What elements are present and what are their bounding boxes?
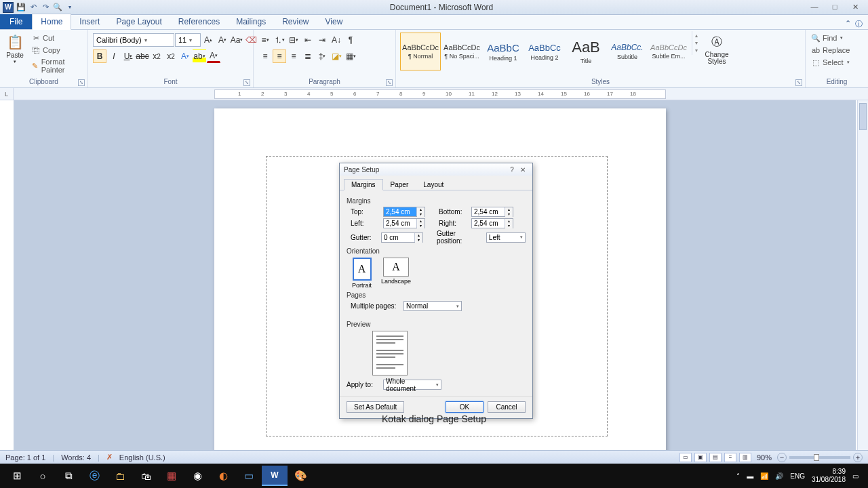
tab-selector[interactable]: L	[0, 88, 14, 100]
tray-volume-icon[interactable]: 🔊	[775, 472, 783, 480]
dialog-close-button[interactable]: ✕	[517, 166, 528, 174]
change-styles-button[interactable]: Ⓐ Change Styles	[701, 31, 733, 66]
bullets-button[interactable]: ≡▾	[258, 33, 272, 47]
tab-home[interactable]: Home	[32, 14, 71, 30]
tab-review[interactable]: Review	[274, 14, 317, 29]
tray-chevron-icon[interactable]: ˄	[736, 472, 740, 480]
status-language[interactable]: English (U.S.)	[119, 453, 165, 462]
tab-page-layout[interactable]: Page Layout	[108, 14, 170, 29]
tab-references[interactable]: References	[170, 14, 228, 29]
word-app-icon[interactable]: W	[3, 2, 14, 13]
tray-clock[interactable]: 8:39 31/08/2018	[812, 468, 846, 484]
increase-indent-button[interactable]: ⇥	[315, 33, 329, 47]
paragraph-launcher[interactable]: ⤡	[386, 79, 393, 86]
dialog-titlebar[interactable]: Page Setup ? ✕	[340, 163, 532, 176]
tray-battery-icon[interactable]: ▬	[747, 472, 753, 480]
cut-button[interactable]: ✂Cut	[30, 33, 83, 43]
font-launcher[interactable]: ⤡	[243, 79, 250, 86]
change-case-button[interactable]: Aa▾	[230, 33, 243, 47]
help-icon[interactable]: ⓘ	[855, 19, 863, 29]
zoom-level[interactable]: 90%	[757, 453, 772, 462]
paste-button[interactable]: 📋 Paste▾	[3, 31, 27, 66]
text-effects-button[interactable]: A▾	[178, 49, 192, 63]
style-item[interactable]: AaBbCc.Subtitle	[607, 33, 648, 70]
line-spacing-button[interactable]: ‡▾	[315, 49, 329, 63]
margin-right-input[interactable]: ▴▾	[471, 218, 513, 228]
taskbar-explorer[interactable]: 🗀	[107, 466, 133, 486]
replace-button[interactable]: abReplace	[810, 45, 851, 56]
justify-button[interactable]: ≣	[301, 49, 315, 63]
ok-button[interactable]: OK	[446, 401, 484, 413]
styles-more[interactable]: ▾	[695, 47, 698, 54]
draft-view[interactable]: ▥	[739, 453, 751, 462]
taskbar-app1[interactable]: ▦	[159, 466, 184, 486]
superscript-button[interactable]: x2	[164, 49, 178, 63]
task-view-button[interactable]: ⧉	[56, 466, 81, 486]
status-words[interactable]: Words: 4	[61, 453, 91, 462]
clipboard-launcher[interactable]: ⤡	[78, 79, 85, 86]
styles-gallery[interactable]: AaBbCcDc¶ NormalAaBbCcDc¶ No Spaci...AaB…	[399, 31, 690, 72]
underline-button[interactable]: U▾	[121, 49, 135, 63]
multilevel-list-button[interactable]: ⊟▾	[287, 33, 300, 47]
style-item[interactable]: AaBbCcHeading 2	[524, 33, 565, 70]
web-layout-view[interactable]: ▤	[709, 453, 722, 462]
taskbar-store[interactable]: 🛍	[133, 466, 159, 486]
dialog-tab-margins[interactable]: Margins	[344, 179, 383, 190]
taskbar-firefox[interactable]: ◐	[210, 466, 236, 486]
style-item[interactable]: AaBbCcDc¶ No Spaci...	[441, 33, 482, 70]
zoom-out-button[interactable]: −	[777, 453, 787, 462]
taskbar-chrome[interactable]: ◉	[184, 466, 210, 486]
tab-view[interactable]: View	[317, 14, 351, 29]
tray-wifi-icon[interactable]: 📶	[760, 472, 768, 480]
italic-button[interactable]: I	[107, 49, 121, 63]
bold-button[interactable]: B	[93, 49, 106, 63]
print-layout-view[interactable]: ▭	[679, 453, 692, 462]
zoom-slider[interactable]	[789, 456, 850, 459]
cancel-button[interactable]: Cancel	[488, 401, 526, 413]
tab-mailings[interactable]: Mailings	[228, 14, 274, 29]
apply-to-select[interactable]: Whole document▾	[383, 380, 441, 390]
copy-button[interactable]: ⿻Copy	[30, 45, 83, 56]
select-button[interactable]: ⬚Select▾	[810, 57, 851, 68]
gutter-position-select[interactable]: Left▾	[486, 232, 526, 243]
styles-scroll-up[interactable]: ▴	[695, 33, 698, 39]
print-preview-icon[interactable]: 🔍	[53, 3, 62, 12]
tab-insert[interactable]: Insert	[71, 14, 108, 29]
dialog-tab-paper[interactable]: Paper	[383, 179, 416, 190]
minimize-button[interactable]: —	[808, 3, 821, 12]
shrink-font-button[interactable]: A▾	[216, 33, 229, 47]
dialog-tab-layout[interactable]: Layout	[416, 179, 451, 190]
search-button[interactable]: ○	[30, 466, 56, 486]
grow-font-button[interactable]: A▴	[201, 33, 215, 47]
ribbon-minimize-icon[interactable]: ⌃	[845, 19, 851, 29]
margin-left-input[interactable]: ▴▾	[383, 218, 425, 228]
style-item[interactable]: AaBbCHeading 1	[483, 33, 524, 70]
save-icon[interactable]: 💾	[16, 3, 26, 12]
gutter-input[interactable]: ▴▾	[381, 232, 423, 243]
borders-button[interactable]: ▦▾	[344, 49, 357, 63]
taskbar-word[interactable]: W	[262, 466, 288, 486]
taskbar-paint[interactable]: 🎨	[288, 466, 313, 486]
style-item[interactable]: AaBbCcDcSubtle Em...	[648, 33, 689, 70]
qat-customize-icon[interactable]: ▾	[65, 3, 75, 12]
decrease-indent-button[interactable]: ⇤	[301, 33, 315, 47]
tray-language[interactable]: ENG	[790, 472, 805, 480]
set-as-default-button[interactable]: Set As Default	[347, 401, 404, 413]
start-button[interactable]: ⊞	[4, 466, 30, 486]
margin-bottom-input[interactable]: ▴▾	[471, 207, 513, 217]
styles-scroll-down[interactable]: ▾	[695, 40, 698, 46]
horizontal-ruler[interactable]: 123456789101112131415161718	[214, 89, 666, 99]
file-tab[interactable]: File	[0, 14, 32, 29]
status-page[interactable]: Page: 1 of 1	[5, 453, 45, 462]
margin-top-input[interactable]: ▴▾	[383, 207, 425, 217]
maximize-button[interactable]: □	[829, 3, 841, 12]
tray-notifications-icon[interactable]: ▭	[852, 472, 859, 480]
strikethrough-button[interactable]: abc	[136, 49, 149, 63]
style-item[interactable]: AaBbCcDc¶ Normal	[400, 33, 441, 70]
format-painter-button[interactable]: ✎Format Painter	[30, 57, 83, 75]
close-button[interactable]: ✕	[849, 3, 861, 12]
multiple-pages-select[interactable]: Normal▾	[403, 301, 462, 311]
redo-icon[interactable]: ↷	[41, 3, 50, 12]
font-size-combo[interactable]: 11▾	[175, 33, 201, 47]
highlight-button[interactable]: ab▾	[193, 49, 206, 63]
